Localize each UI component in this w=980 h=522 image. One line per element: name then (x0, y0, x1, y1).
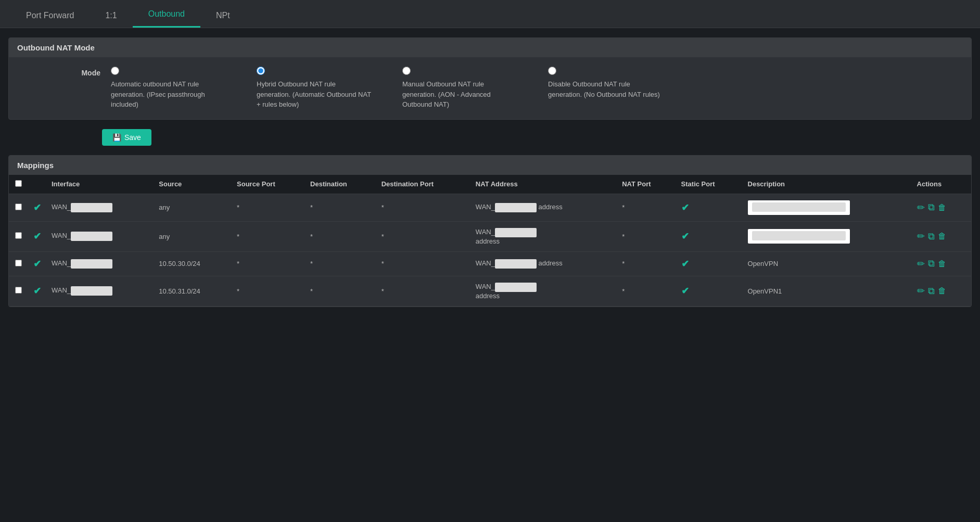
table-row: ✔ WAN_ 10.50.30.0/24 * * * WAN_ address … (9, 251, 971, 276)
mode-option-manual: Manual Outbound NAT rule generation. (AO… (402, 67, 517, 110)
td-destination: * (305, 221, 376, 251)
td-source-port: * (232, 221, 305, 251)
action-icons: ✏ ⧉ 🗑 (917, 285, 966, 297)
static-port-check-icon: ✔ (681, 259, 689, 269)
select-all-checkbox[interactable] (15, 180, 22, 187)
copy-icon[interactable]: ⧉ (928, 258, 935, 269)
save-button[interactable]: 💾 Save (102, 129, 151, 146)
enabled-check-icon: ✔ (33, 286, 41, 296)
edit-icon[interactable]: ✏ (917, 202, 925, 213)
nat-mode-card: Outbound NAT Mode Mode Automatic outboun… (8, 37, 972, 120)
td-actions: ✏ ⧉ 🗑 (912, 194, 971, 221)
th-actions: Actions (912, 175, 971, 194)
tab-1to1[interactable]: 1:1 (90, 2, 132, 28)
td-destination-port: * (376, 194, 470, 221)
radio-hybrid[interactable] (257, 67, 265, 75)
td-destination: * (305, 251, 376, 276)
tab-port-forward[interactable]: Port Forward (10, 2, 90, 28)
radio-manual[interactable] (402, 67, 411, 75)
enabled-check-icon: ✔ (33, 259, 41, 269)
nat-mode-body: Mode Automatic outbound NAT rule generat… (9, 57, 971, 119)
radio-disable[interactable] (548, 67, 556, 75)
delete-icon[interactable]: 🗑 (938, 203, 946, 212)
td-destination-port: * (376, 276, 470, 306)
td-checkbox (9, 221, 28, 251)
td-nat-address: WAN_ address (470, 194, 617, 221)
td-interface: WAN_ (46, 251, 154, 276)
th-enabled (28, 175, 46, 194)
td-enabled: ✔ (28, 194, 46, 221)
table-row: ✔ WAN_ 10.50.31.0/24 * * * WAN_ address … (9, 276, 971, 306)
td-nat-address: WAN_ address (470, 251, 617, 276)
mode-row: Mode Automatic outbound NAT rule generat… (17, 67, 963, 110)
tabs-bar: Port Forward 1:1 Outbound NPt (0, 0, 980, 28)
edit-icon[interactable]: ✏ (917, 258, 925, 270)
th-description: Description (743, 175, 912, 194)
table-row: ✔ WAN_ any * * * WAN_ address * ✔ (9, 194, 971, 221)
delete-icon[interactable]: 🗑 (938, 259, 946, 269)
copy-icon[interactable]: ⧉ (928, 286, 935, 297)
row-checkbox[interactable] (15, 287, 22, 294)
td-static-port: ✔ (676, 276, 743, 306)
td-static-port: ✔ (676, 194, 743, 221)
td-checkbox (9, 194, 28, 221)
copy-icon[interactable]: ⧉ (928, 231, 935, 242)
td-source: 10.50.31.0/24 (154, 276, 232, 306)
mappings-table: Interface Source Source Port Destination… (9, 175, 971, 307)
row-checkbox[interactable] (15, 232, 22, 239)
radio-row-manual (402, 67, 517, 75)
th-nat-address: NAT Address (470, 175, 617, 194)
radio-row-disable (548, 67, 663, 75)
delete-icon[interactable]: 🗑 (938, 286, 946, 296)
td-nat-port: * (617, 251, 676, 276)
td-destination-port: * (376, 251, 470, 276)
mode-desc-disable: Disable Outbound NAT rule generation. (N… (548, 79, 663, 99)
tab-npt[interactable]: NPt (200, 2, 246, 28)
td-description: OpenVPN1 (743, 276, 912, 306)
td-nat-port: * (617, 276, 676, 306)
td-interface: WAN_ (46, 276, 154, 306)
td-interface: WAN_ (46, 221, 154, 251)
edit-icon[interactable]: ✏ (917, 231, 925, 242)
td-description: OpenVPN (743, 251, 912, 276)
redacted-nat (495, 228, 537, 237)
enabled-check-icon: ✔ (33, 231, 41, 241)
action-icons: ✏ ⧉ 🗑 (917, 202, 966, 213)
description-cell (748, 200, 850, 215)
th-destination: Destination (305, 175, 376, 194)
description-cell (748, 229, 850, 244)
delete-icon[interactable]: 🗑 (938, 232, 946, 241)
td-static-port: ✔ (676, 251, 743, 276)
redacted-nat (495, 203, 537, 212)
mode-options: Automatic outbound NAT rule generation. … (111, 67, 963, 110)
nat-mode-title: Outbound NAT Mode (9, 38, 971, 57)
edit-icon[interactable]: ✏ (917, 285, 925, 297)
td-description (743, 221, 912, 251)
row-checkbox[interactable] (15, 260, 22, 266)
redacted-nat (495, 283, 537, 292)
td-nat-port: * (617, 221, 676, 251)
mappings-title: Mappings (9, 156, 971, 175)
td-nat-address: WAN_ address (470, 276, 617, 306)
row-checkbox[interactable] (15, 203, 22, 210)
enabled-check-icon: ✔ (33, 202, 41, 213)
static-port-check-icon: ✔ (681, 231, 689, 241)
th-nat-port: NAT Port (617, 175, 676, 194)
table-row: ✔ WAN_ any * * * WAN_ address * ✔ (9, 221, 971, 251)
td-enabled: ✔ (28, 251, 46, 276)
redacted-interface (71, 232, 112, 241)
td-actions: ✏ ⧉ 🗑 (912, 276, 971, 306)
redacted-interface (71, 203, 112, 212)
th-source: Source (154, 175, 232, 194)
copy-icon[interactable]: ⧉ (928, 202, 935, 213)
radio-auto[interactable] (111, 67, 119, 75)
td-checkbox (9, 276, 28, 306)
mode-option-disable: Disable Outbound NAT rule generation. (N… (548, 67, 663, 110)
td-description (743, 194, 912, 221)
td-source: any (154, 194, 232, 221)
redacted-nat (495, 259, 537, 269)
tab-outbound[interactable]: Outbound (133, 0, 200, 28)
mode-desc-hybrid: Hybrid Outbound NAT rule generation. (Au… (257, 79, 371, 110)
radio-row-hybrid (257, 67, 371, 75)
td-actions: ✏ ⧉ 🗑 (912, 221, 971, 251)
